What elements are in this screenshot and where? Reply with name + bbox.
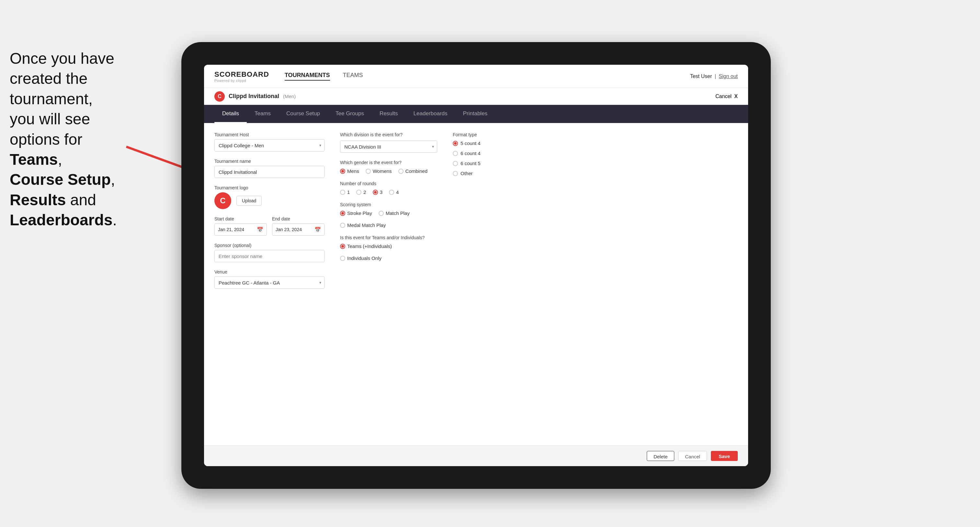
rounds-4-radio[interactable]	[389, 190, 394, 195]
gender-label: Which gender is the event for?	[340, 160, 437, 165]
scoring-match[interactable]: Match Play	[379, 210, 410, 216]
rounds-1[interactable]: 1	[340, 189, 350, 195]
left-explanation: Once you have created the tournament, yo…	[0, 42, 152, 237]
venue-select[interactable]: Peachtree GC - Atlanta - GA	[215, 276, 325, 289]
venue-group: Venue Peachtree GC - Atlanta - GA ▾	[215, 269, 325, 289]
rounds-2-radio[interactable]	[356, 190, 361, 195]
teams-radio-row: Teams (+Individuals) Individuals Only	[340, 243, 437, 261]
rounds-4-label: 4	[396, 189, 399, 195]
division-select-wrapper[interactable]: NCAA Division III ▾	[340, 140, 437, 153]
tab-tee-groups[interactable]: Tee Groups	[328, 105, 372, 123]
teams-plus-radio[interactable]	[340, 244, 345, 249]
format-6count5-radio[interactable]	[453, 161, 458, 166]
save-button[interactable]: Save	[711, 451, 738, 461]
start-date-label: Start date	[215, 216, 267, 221]
form-col-right: Format type 5 count 4 6 count 4 6 count …	[453, 132, 537, 437]
format-6count4-radio[interactable]	[453, 151, 458, 156]
host-select-wrapper[interactable]: Clippd College - Men ▾	[215, 139, 325, 151]
rounds-3-radio[interactable]	[373, 190, 378, 195]
format-6count4-label: 6 count 4	[461, 151, 480, 156]
tab-leaderboards[interactable]: Leaderboards	[406, 105, 455, 123]
logo-circle: C	[215, 192, 231, 209]
tab-printables[interactable]: Printables	[455, 105, 495, 123]
gender-mens-radio[interactable]	[340, 169, 345, 174]
gender-womens[interactable]: Womens	[366, 168, 392, 174]
gender-combined-radio[interactable]	[398, 169, 404, 174]
format-other[interactable]: Other	[453, 171, 537, 176]
tab-course-setup[interactable]: Course Setup	[278, 105, 328, 123]
top-navigation: SCOREBOARD Powered by clippd TOURNAMENTS…	[204, 65, 748, 88]
scoring-match-label: Match Play	[386, 210, 410, 216]
scoring-stroke[interactable]: Stroke Play	[340, 210, 372, 216]
host-group: Tournament Host Clippd College - Men ▾	[215, 132, 325, 151]
gender-combined[interactable]: Combined	[398, 168, 428, 174]
upload-button[interactable]: Upload	[236, 196, 262, 206]
format-6count4[interactable]: 6 count 4	[453, 151, 537, 156]
teams-plus-individuals[interactable]: Teams (+Individuals)	[340, 243, 392, 249]
venue-select-wrapper[interactable]: Peachtree GC - Atlanta - GA ▾	[215, 276, 325, 289]
delete-button[interactable]: Delete	[647, 451, 674, 461]
signout-link[interactable]: Sign out	[719, 73, 738, 79]
sponsor-input[interactable]	[215, 250, 325, 262]
rounds-label: Number of rounds	[340, 181, 437, 186]
start-date-group: Start date Jan 21, 2024 📅	[215, 216, 267, 236]
teams-plus-label: Teams (+Individuals)	[347, 243, 392, 249]
format-other-radio[interactable]	[453, 171, 458, 176]
gender-group: Which gender is the event for? Mens Wome…	[340, 160, 437, 174]
separator: |	[715, 73, 716, 79]
individuals-only[interactable]: Individuals Only	[340, 256, 382, 261]
gender-radio-row: Mens Womens Combined	[340, 168, 437, 174]
individuals-only-radio[interactable]	[340, 256, 345, 261]
host-select[interactable]: Clippd College - Men	[215, 139, 325, 151]
scoring-radio-row: Stroke Play Match Play Medal Match Play	[340, 210, 437, 228]
cancel-button[interactable]: Cancel	[678, 451, 707, 461]
tab-teams[interactable]: Teams	[247, 105, 278, 123]
division-select[interactable]: NCAA Division III	[340, 140, 437, 153]
format-6count5[interactable]: 6 count 5	[453, 160, 537, 166]
format-5count4-radio[interactable]	[453, 141, 458, 146]
gender-mens-label: Mens	[347, 168, 359, 174]
rounds-group: Number of rounds 1 2	[340, 181, 437, 195]
nav-tournaments[interactable]: TOURNAMENTS	[285, 72, 330, 81]
rounds-1-radio[interactable]	[340, 190, 345, 195]
name-group: Tournament name	[215, 159, 325, 178]
individuals-only-label: Individuals Only	[347, 256, 382, 261]
main-content: Tournament Host Clippd College - Men ▾ T…	[204, 123, 748, 466]
cancel-x: X	[734, 94, 738, 99]
teams-individuals-group: Is this event for Teams and/or Individua…	[340, 235, 437, 261]
start-date-input[interactable]: Jan 21, 2024 📅	[215, 223, 267, 236]
sponsor-label: Sponsor (optional)	[215, 243, 325, 248]
cancel-area[interactable]: Cancel X	[715, 94, 738, 99]
format-other-label: Other	[461, 171, 473, 176]
format-5count4[interactable]: 5 count 4	[453, 140, 537, 146]
rounds-4[interactable]: 4	[389, 189, 399, 195]
gender-womens-radio[interactable]	[366, 169, 371, 174]
format-6count5-label: 6 count 5	[461, 160, 480, 166]
logo-group: Tournament logo C Upload	[215, 185, 325, 209]
tablet-screen: SCOREBOARD Powered by clippd TOURNAMENTS…	[204, 65, 748, 466]
nav-teams[interactable]: TEAMS	[343, 72, 363, 81]
name-label: Tournament name	[215, 159, 325, 164]
gender-mens[interactable]: Mens	[340, 168, 359, 174]
rounds-radio-row: 1 2 3 4	[340, 189, 437, 195]
scoring-medal[interactable]: Medal Match Play	[340, 222, 386, 228]
format-label: Format type	[453, 132, 537, 137]
tournament-icon: C	[215, 91, 225, 102]
scoring-label: Scoring system	[340, 202, 437, 207]
form-area: Tournament Host Clippd College - Men ▾ T…	[204, 123, 748, 445]
sponsor-group: Sponsor (optional)	[215, 243, 325, 262]
end-date-group: End date Jan 23, 2024 📅	[272, 216, 325, 236]
teams-label: Is this event for Teams and/or Individua…	[340, 235, 437, 240]
name-input[interactable]	[215, 166, 325, 178]
tab-results[interactable]: Results	[372, 105, 406, 123]
scoring-stroke-radio[interactable]	[340, 211, 345, 216]
rounds-2[interactable]: 2	[356, 189, 366, 195]
rounds-3[interactable]: 3	[373, 189, 382, 195]
end-date-input[interactable]: Jan 23, 2024 📅	[272, 223, 325, 236]
scoring-match-radio[interactable]	[379, 211, 384, 216]
tab-details[interactable]: Details	[215, 105, 247, 123]
logo-area: SCOREBOARD Powered by clippd	[215, 70, 269, 83]
form-col-left: Tournament Host Clippd College - Men ▾ T…	[215, 132, 325, 437]
logo-subtitle: Powered by clippd	[215, 79, 269, 83]
scoring-medal-radio[interactable]	[340, 223, 345, 228]
